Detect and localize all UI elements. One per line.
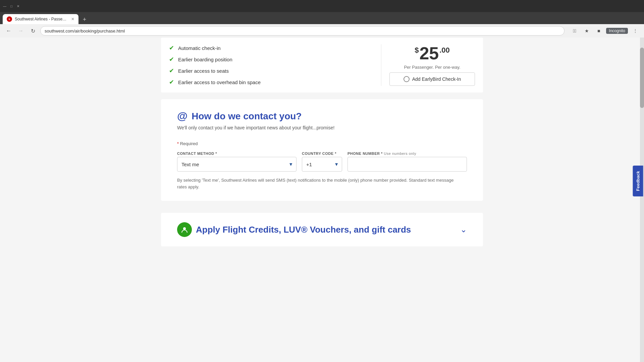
page-content: ✔ Automatic check-in ✔ Earlier boarding …	[0, 38, 644, 362]
reload-button[interactable]: ↻	[28, 26, 38, 36]
feature-item-checkin: ✔ Automatic check-in	[169, 44, 381, 52]
feature-item-seats: ✔ Earlier access to seats	[169, 67, 381, 74]
contact-section: @ How do we contact you? We'll only cont…	[161, 99, 483, 201]
close-button[interactable]: ✕	[16, 4, 20, 8]
bookmark-icon[interactable]: ★	[582, 26, 591, 36]
svg-text:S: S	[8, 18, 10, 21]
credits-heading: Apply Flight Credits, LUV® Vouchers, and…	[177, 222, 411, 237]
active-tab[interactable]: S Southwest Airlines - Passenger ✕	[3, 14, 78, 24]
price-display: $ 25 .00	[415, 45, 450, 62]
contact-disclaimer: By selecting 'Text me', Southwest Airlin…	[177, 177, 459, 190]
scrollbar-thumb[interactable]	[640, 48, 644, 108]
contact-method-select[interactable]: Text me Email me Call me	[177, 157, 297, 172]
feature-item-bins: ✔ Earlier access to overhead bin space	[169, 78, 381, 86]
contact-section-title: How do we contact you?	[192, 111, 302, 122]
toolbar-actions: 👁̸ ★ ■ Incognito ⋮	[570, 26, 640, 36]
phone-label-text: PHONE NUMBER *	[347, 152, 383, 156]
url-text: southwest.com/air/booking/purchase.html	[45, 28, 125, 34]
phone-number-label: PHONE NUMBER * Use numbers only	[347, 152, 467, 156]
eye-slash-icon[interactable]: 👁̸	[570, 26, 579, 36]
credits-icon	[177, 222, 192, 237]
credits-section: Apply Flight Credits, LUV® Vouchers, and…	[161, 213, 483, 246]
tab-favicon: S	[7, 16, 12, 22]
checkmark-icon-2: ✔	[169, 56, 174, 63]
checkmark-icon-1: ✔	[169, 44, 174, 52]
contact-section-subtitle: We'll only contact you if we have import…	[177, 125, 467, 130]
add-earlybird-label: Add EarlyBird Check-In	[412, 76, 461, 82]
scrollbar-track	[640, 38, 644, 362]
phone-hint-text: Use numbers only	[384, 152, 416, 156]
window-controls: — □ ✕	[3, 4, 20, 8]
required-note: * Required	[177, 141, 467, 146]
earlybird-section: ✔ Automatic check-in ✔ Earlier boarding …	[161, 38, 483, 93]
tab-bar: S Southwest Airlines - Passenger ✕ +	[0, 12, 644, 24]
maximize-button[interactable]: □	[9, 4, 13, 8]
country-code-select-wrapper: +1 +44 ▼	[302, 157, 342, 172]
phone-number-field: PHONE NUMBER * Use numbers only	[347, 152, 467, 172]
at-sign-icon: @	[177, 110, 187, 122]
earlybird-features: ✔ Automatic check-in ✔ Earlier boarding …	[169, 44, 381, 86]
price-amount: 25	[419, 45, 439, 62]
new-tab-button[interactable]: +	[80, 15, 89, 24]
price-label: Per Passenger. Per one-way.	[404, 65, 460, 70]
required-star: *	[177, 141, 179, 146]
credits-collapse-icon[interactable]: ⌄	[460, 225, 467, 234]
country-code-field: COUNTRY CODE * +1 +44 ▼	[302, 152, 342, 172]
incognito-badge: Incognito	[606, 28, 628, 34]
contact-method-select-wrapper: Text me Email me Call me ▼	[177, 157, 297, 172]
menu-icon[interactable]: ⋮	[631, 26, 640, 36]
tab-title: Southwest Airlines - Passenger	[15, 17, 68, 21]
contact-form-row: CONTACT METHOD * Text me Email me Call m…	[177, 152, 467, 172]
extensions-icon[interactable]: ■	[594, 26, 603, 36]
checkmark-icon-3: ✔	[169, 67, 174, 74]
price-cents: .00	[439, 46, 450, 55]
browser-title-bar: — □ ✕	[0, 0, 644, 12]
tab-close-icon[interactable]: ✕	[71, 17, 74, 21]
contact-section-heading: @ How do we contact you?	[177, 110, 467, 122]
svg-point-2	[183, 227, 186, 230]
main-container: ✔ Automatic check-in ✔ Earlier boarding …	[161, 38, 483, 362]
feature-item-boarding: ✔ Earlier boarding position	[169, 56, 381, 63]
section-divider-2	[161, 201, 483, 207]
minimize-button[interactable]: —	[3, 4, 7, 8]
feature-label-1: Automatic check-in	[178, 45, 221, 51]
feature-label-3: Earlier access to seats	[178, 68, 229, 74]
section-divider	[161, 93, 483, 99]
credits-title: Apply Flight Credits, LUV® Vouchers, and…	[196, 225, 411, 235]
back-button[interactable]: ←	[4, 26, 13, 36]
contact-method-label: CONTACT METHOD *	[177, 152, 297, 156]
forward-button[interactable]: →	[16, 26, 25, 36]
add-earlybird-button[interactable]: Add EarlyBird Check-In	[389, 72, 475, 86]
country-code-label: COUNTRY CODE *	[302, 152, 342, 156]
price-dollar-sign: $	[415, 46, 419, 55]
checkmark-icon-4: ✔	[169, 78, 174, 86]
address-bar[interactable]: southwest.com/air/booking/purchase.html	[40, 26, 565, 36]
required-text: Required	[180, 141, 198, 146]
phone-number-input[interactable]	[347, 157, 467, 172]
radio-circle-icon	[404, 76, 410, 82]
contact-method-field: CONTACT METHOD * Text me Email me Call m…	[177, 152, 297, 172]
earlybird-pricing: $ 25 .00 Per Passenger. Per one-way. Add…	[381, 44, 475, 86]
feature-label-4: Earlier access to overhead bin space	[178, 79, 261, 85]
feedback-button[interactable]: Feedback	[633, 166, 643, 196]
feature-label-2: Earlier boarding position	[178, 57, 232, 62]
country-code-select[interactable]: +1 +44	[302, 157, 342, 172]
browser-toolbar: ← → ↻ southwest.com/air/booking/purchase…	[0, 24, 644, 38]
